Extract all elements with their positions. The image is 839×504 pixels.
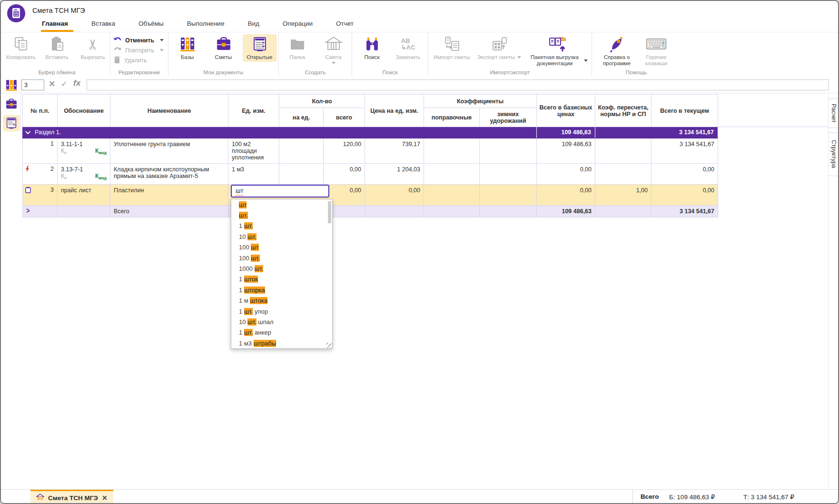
unit-option[interactable]: 10 шт. — [231, 231, 332, 242]
section-basis-total: 109 486,63 — [537, 127, 595, 138]
kp-coef-badge[interactable]: Кп — [61, 173, 67, 180]
header-qty-group[interactable]: Кол-во — [279, 95, 365, 108]
unit-option[interactable]: 1 м штока — [231, 296, 332, 306]
tab-vid[interactable]: Вид — [247, 18, 260, 29]
side-tab-raschet[interactable]: Расчет — [829, 99, 839, 128]
export-estimate-caret[interactable] — [517, 56, 521, 59]
paste-button[interactable]: Вставить — [40, 34, 74, 60]
unit-option[interactable]: 1 шток — [231, 274, 332, 285]
replace-ab-ac-icon: AB ↳AC — [401, 34, 415, 54]
opened-button[interactable]: Открытые — [243, 34, 277, 62]
header-coef-winter[interactable]: зимних удорожаний — [480, 108, 537, 127]
row-number-input[interactable] — [21, 79, 44, 90]
export-estimate-button[interactable]: Экспорт сметы — [474, 34, 524, 67]
group-label-clipboard: Буфер обмена — [4, 69, 110, 75]
group-label-edit: Редактирование — [110, 69, 168, 75]
header-unit-price[interactable]: Цена на ед. изм. — [365, 95, 424, 127]
table-row-selected[interactable]: 3 прайс лист Пластилин 0,00 0,00 0,00 1,… — [23, 185, 828, 206]
tab-vstavka[interactable]: Вставка — [90, 18, 116, 29]
strip-opened-icon[interactable] — [3, 115, 20, 131]
formula-input[interactable] — [87, 79, 829, 90]
unit-option[interactable]: шт — [231, 199, 332, 210]
kp-coef-badge[interactable]: Кп — [61, 148, 67, 155]
unit-option[interactable]: 1 шт. — [231, 221, 332, 231]
create-estimate-caret[interactable] — [332, 62, 336, 64]
header-qty-per[interactable]: на ед. — [279, 108, 324, 127]
tab-glavnaya[interactable]: Главная — [41, 18, 69, 29]
strip-estimates-icon[interactable] — [3, 96, 20, 112]
header-recalc[interactable]: Коэф. пересчета, нормы НР и СП — [595, 95, 651, 127]
tab-otchet[interactable]: Отчет — [335, 18, 355, 29]
header-basis-total[interactable]: Всего в базисных ценах — [537, 95, 595, 127]
strip-bases-icon[interactable] — [3, 77, 20, 93]
tab-vypolnenie[interactable]: Выполнение — [186, 18, 226, 29]
unit-dropdown-list[interactable]: штшт.1 шт.10 шт.100 шт100 шт.1000 шт.1 ш… — [231, 199, 333, 349]
header-num[interactable]: № п.п. — [23, 95, 58, 127]
undo-dropdown-caret[interactable] — [160, 39, 164, 41]
header-qty-total[interactable]: всего — [324, 108, 365, 127]
row-basis-total: 0,00 — [537, 164, 595, 185]
header-basis[interactable]: Обоснование — [58, 95, 110, 127]
group-label-create: Создать — [279, 69, 352, 75]
create-folder-button[interactable]: Папка — [280, 34, 315, 64]
group-label-search: Поиск — [352, 69, 428, 75]
section-current-total: 3 134 541,67 — [595, 127, 718, 138]
close-document-icon[interactable]: ✕ — [102, 494, 108, 502]
dropdown-scrollbar-thumb[interactable] — [328, 201, 331, 223]
redo-button[interactable]: Повторить — [110, 45, 168, 55]
kind-coef-badge[interactable]: Кинд — [95, 148, 107, 155]
unit-option[interactable]: 1 шт. анкер — [231, 327, 332, 338]
batch-export-caret[interactable] — [584, 59, 588, 62]
replace-button[interactable]: AB ↳AC Заменить — [391, 34, 425, 60]
kind-coef-badge[interactable]: Кинд — [95, 173, 107, 180]
redo-icon — [113, 46, 122, 55]
unit-option[interactable]: 1 м3 штрабы — [231, 338, 332, 348]
section-collapse-icon[interactable] — [25, 129, 30, 134]
copy-button[interactable]: Копировать — [4, 34, 38, 60]
unit-option[interactable]: 10 шт. шпал — [231, 316, 332, 327]
unit-option[interactable]: 1 шт. упор — [231, 306, 332, 316]
total-expand-chevron[interactable]: > — [26, 207, 30, 215]
cancel-formula-icon[interactable]: ✕ — [49, 79, 55, 89]
estimates-button[interactable]: Сметы — [207, 34, 241, 62]
unit-option[interactable]: шт. — [231, 210, 332, 220]
dropdown-resize-grip[interactable] — [326, 343, 332, 348]
search-button[interactable]: Поиск — [355, 34, 389, 60]
table-row[interactable]: 2 >> 3.13-7-1 Кп Кинд Кладка кирпичом ки… — [23, 164, 828, 185]
unit-option[interactable]: 1000 шт. — [231, 263, 332, 274]
undo-button[interactable]: Отменить — [110, 35, 168, 45]
unit-option[interactable]: 1 шторка — [231, 285, 332, 295]
cut-button[interactable]: ✂ Вырезать — [76, 34, 110, 60]
formula-bar: ✕ ✓ fx — [1, 77, 838, 93]
table-row[interactable]: 1 >> 3.11-1-1 Кп Кинд Уплотнение грунта … — [23, 138, 828, 164]
about-button[interactable]: Справка о программе — [598, 34, 636, 67]
header-name[interactable]: Наименование — [110, 95, 228, 127]
strip-separator — [20, 77, 21, 135]
copy-icon — [13, 34, 29, 54]
ribbon-group-create: Папка Смета Создать — [279, 32, 352, 76]
unit-option[interactable]: 100 шт. — [231, 253, 332, 263]
bases-button[interactable]: Базы — [170, 34, 205, 62]
header-coef-group[interactable]: Коэффициенты — [424, 95, 537, 108]
ribbon: Копировать Вставить — [1, 32, 838, 76]
side-tab-struktura[interactable]: Структура — [829, 132, 839, 176]
unit-option[interactable]: 100 шт — [231, 242, 332, 253]
briefcase-icon — [215, 34, 232, 54]
hotkeys-button[interactable]: ⌨ Горячие клавиши — [638, 34, 675, 67]
grid-header: № п.п. Обоснование Наименование Ед. изм.… — [23, 95, 828, 127]
delete-button[interactable]: Удалить — [110, 55, 168, 65]
header-current-total[interactable]: Всего в текущем — [651, 95, 718, 127]
batch-export-button[interactable]: Пакетная выгрузка документации — [526, 34, 589, 67]
create-estimate-button[interactable]: Смета — [316, 34, 351, 64]
header-coef-corr[interactable]: поправочные — [424, 108, 480, 127]
import-estimate-button[interactable]: Импорт сметы — [432, 34, 473, 67]
accept-formula-icon[interactable]: ✓ — [61, 79, 67, 89]
paste-icon — [49, 34, 65, 54]
redo-dropdown-caret[interactable] — [160, 49, 164, 51]
header-unit[interactable]: Ед. изм. — [228, 95, 279, 127]
unit-edit-input[interactable]: шт — [231, 185, 329, 198]
document-tab[interactable]: Смета ТСН МГЭ ✕ — [30, 490, 113, 504]
section-row[interactable]: Раздел 1. 109 486,63 3 134 541,67 — [23, 127, 828, 138]
tab-obemy[interactable]: Объёмы — [138, 18, 165, 29]
tab-operacii[interactable]: Операции — [282, 18, 314, 29]
